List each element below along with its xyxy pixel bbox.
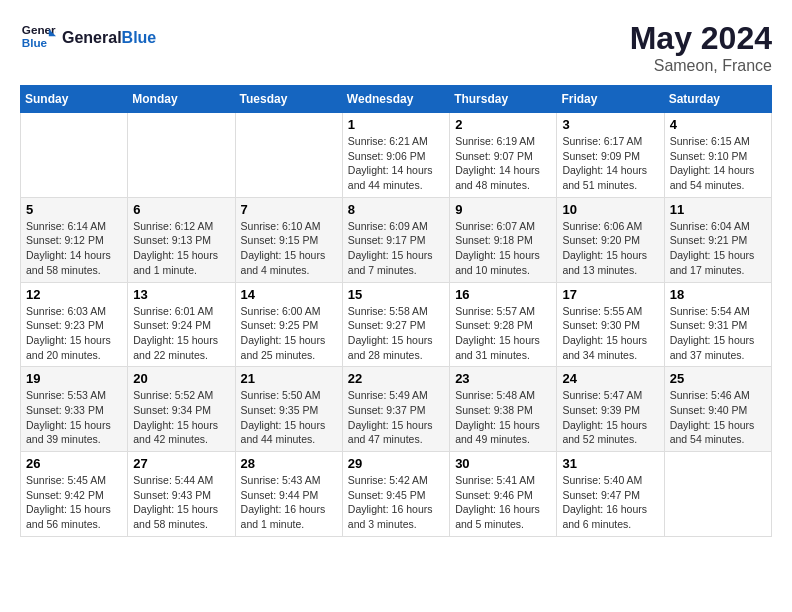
calendar-cell	[235, 113, 342, 198]
day-info: Sunrise: 6:19 AMSunset: 9:07 PMDaylight:…	[455, 134, 551, 193]
day-number: 6	[133, 202, 229, 217]
svg-text:Blue: Blue	[22, 36, 48, 49]
day-number: 29	[348, 456, 444, 471]
day-number: 9	[455, 202, 551, 217]
day-number: 30	[455, 456, 551, 471]
calendar-week-row: 26Sunrise: 5:45 AMSunset: 9:42 PMDayligh…	[21, 452, 772, 537]
day-info: Sunrise: 5:54 AMSunset: 9:31 PMDaylight:…	[670, 304, 766, 363]
calendar-cell: 13Sunrise: 6:01 AMSunset: 9:24 PMDayligh…	[128, 282, 235, 367]
calendar-cell: 17Sunrise: 5:55 AMSunset: 9:30 PMDayligh…	[557, 282, 664, 367]
calendar-table: SundayMondayTuesdayWednesdayThursdayFrid…	[20, 85, 772, 537]
day-number: 17	[562, 287, 658, 302]
day-number: 12	[26, 287, 122, 302]
calendar-cell: 18Sunrise: 5:54 AMSunset: 9:31 PMDayligh…	[664, 282, 771, 367]
day-number: 21	[241, 371, 337, 386]
logo-icon: General Blue	[20, 20, 56, 56]
day-number: 25	[670, 371, 766, 386]
day-info: Sunrise: 6:06 AMSunset: 9:20 PMDaylight:…	[562, 219, 658, 278]
page-header: General Blue GeneralBlue May 2024 Sameon…	[20, 20, 772, 75]
day-info: Sunrise: 6:03 AMSunset: 9:23 PMDaylight:…	[26, 304, 122, 363]
day-header-monday: Monday	[128, 86, 235, 113]
day-number: 2	[455, 117, 551, 132]
day-info: Sunrise: 6:09 AMSunset: 9:17 PMDaylight:…	[348, 219, 444, 278]
calendar-cell: 12Sunrise: 6:03 AMSunset: 9:23 PMDayligh…	[21, 282, 128, 367]
day-number: 1	[348, 117, 444, 132]
calendar-cell: 9Sunrise: 6:07 AMSunset: 9:18 PMDaylight…	[450, 197, 557, 282]
day-header-wednesday: Wednesday	[342, 86, 449, 113]
day-number: 20	[133, 371, 229, 386]
day-info: Sunrise: 6:07 AMSunset: 9:18 PMDaylight:…	[455, 219, 551, 278]
logo-text: GeneralBlue	[62, 29, 156, 47]
day-info: Sunrise: 6:00 AMSunset: 9:25 PMDaylight:…	[241, 304, 337, 363]
day-info: Sunrise: 5:48 AMSunset: 9:38 PMDaylight:…	[455, 388, 551, 447]
calendar-cell: 21Sunrise: 5:50 AMSunset: 9:35 PMDayligh…	[235, 367, 342, 452]
month-year-title: May 2024	[630, 20, 772, 57]
calendar-cell: 4Sunrise: 6:15 AMSunset: 9:10 PMDaylight…	[664, 113, 771, 198]
day-number: 7	[241, 202, 337, 217]
day-number: 27	[133, 456, 229, 471]
day-info: Sunrise: 6:10 AMSunset: 9:15 PMDaylight:…	[241, 219, 337, 278]
day-info: Sunrise: 5:57 AMSunset: 9:28 PMDaylight:…	[455, 304, 551, 363]
calendar-cell: 6Sunrise: 6:12 AMSunset: 9:13 PMDaylight…	[128, 197, 235, 282]
calendar-cell: 29Sunrise: 5:42 AMSunset: 9:45 PMDayligh…	[342, 452, 449, 537]
day-number: 11	[670, 202, 766, 217]
calendar-cell: 1Sunrise: 6:21 AMSunset: 9:06 PMDaylight…	[342, 113, 449, 198]
day-number: 5	[26, 202, 122, 217]
day-info: Sunrise: 6:01 AMSunset: 9:24 PMDaylight:…	[133, 304, 229, 363]
calendar-cell: 27Sunrise: 5:44 AMSunset: 9:43 PMDayligh…	[128, 452, 235, 537]
day-info: Sunrise: 5:53 AMSunset: 9:33 PMDaylight:…	[26, 388, 122, 447]
calendar-cell: 23Sunrise: 5:48 AMSunset: 9:38 PMDayligh…	[450, 367, 557, 452]
calendar-cell: 31Sunrise: 5:40 AMSunset: 9:47 PMDayligh…	[557, 452, 664, 537]
day-number: 28	[241, 456, 337, 471]
day-info: Sunrise: 5:50 AMSunset: 9:35 PMDaylight:…	[241, 388, 337, 447]
calendar-cell: 5Sunrise: 6:14 AMSunset: 9:12 PMDaylight…	[21, 197, 128, 282]
day-info: Sunrise: 5:44 AMSunset: 9:43 PMDaylight:…	[133, 473, 229, 532]
day-header-thursday: Thursday	[450, 86, 557, 113]
calendar-cell: 8Sunrise: 6:09 AMSunset: 9:17 PMDaylight…	[342, 197, 449, 282]
day-info: Sunrise: 5:49 AMSunset: 9:37 PMDaylight:…	[348, 388, 444, 447]
day-number: 31	[562, 456, 658, 471]
day-number: 15	[348, 287, 444, 302]
day-info: Sunrise: 6:04 AMSunset: 9:21 PMDaylight:…	[670, 219, 766, 278]
day-header-saturday: Saturday	[664, 86, 771, 113]
calendar-cell: 11Sunrise: 6:04 AMSunset: 9:21 PMDayligh…	[664, 197, 771, 282]
calendar-cell	[128, 113, 235, 198]
logo: General Blue GeneralBlue	[20, 20, 156, 56]
day-number: 3	[562, 117, 658, 132]
day-info: Sunrise: 5:40 AMSunset: 9:47 PMDaylight:…	[562, 473, 658, 532]
calendar-cell: 24Sunrise: 5:47 AMSunset: 9:39 PMDayligh…	[557, 367, 664, 452]
calendar-week-row: 5Sunrise: 6:14 AMSunset: 9:12 PMDaylight…	[21, 197, 772, 282]
day-info: Sunrise: 5:55 AMSunset: 9:30 PMDaylight:…	[562, 304, 658, 363]
day-number: 23	[455, 371, 551, 386]
day-info: Sunrise: 5:47 AMSunset: 9:39 PMDaylight:…	[562, 388, 658, 447]
calendar-cell: 14Sunrise: 6:00 AMSunset: 9:25 PMDayligh…	[235, 282, 342, 367]
day-info: Sunrise: 6:12 AMSunset: 9:13 PMDaylight:…	[133, 219, 229, 278]
day-number: 13	[133, 287, 229, 302]
day-info: Sunrise: 6:17 AMSunset: 9:09 PMDaylight:…	[562, 134, 658, 193]
day-number: 18	[670, 287, 766, 302]
location-subtitle: Sameon, France	[630, 57, 772, 75]
day-info: Sunrise: 5:52 AMSunset: 9:34 PMDaylight:…	[133, 388, 229, 447]
day-info: Sunrise: 5:58 AMSunset: 9:27 PMDaylight:…	[348, 304, 444, 363]
day-number: 26	[26, 456, 122, 471]
calendar-cell: 20Sunrise: 5:52 AMSunset: 9:34 PMDayligh…	[128, 367, 235, 452]
day-number: 22	[348, 371, 444, 386]
calendar-cell: 15Sunrise: 5:58 AMSunset: 9:27 PMDayligh…	[342, 282, 449, 367]
calendar-cell: 22Sunrise: 5:49 AMSunset: 9:37 PMDayligh…	[342, 367, 449, 452]
calendar-header-row: SundayMondayTuesdayWednesdayThursdayFrid…	[21, 86, 772, 113]
calendar-cell: 2Sunrise: 6:19 AMSunset: 9:07 PMDaylight…	[450, 113, 557, 198]
day-info: Sunrise: 6:15 AMSunset: 9:10 PMDaylight:…	[670, 134, 766, 193]
calendar-week-row: 12Sunrise: 6:03 AMSunset: 9:23 PMDayligh…	[21, 282, 772, 367]
calendar-cell	[21, 113, 128, 198]
calendar-cell: 19Sunrise: 5:53 AMSunset: 9:33 PMDayligh…	[21, 367, 128, 452]
calendar-cell	[664, 452, 771, 537]
day-info: Sunrise: 5:45 AMSunset: 9:42 PMDaylight:…	[26, 473, 122, 532]
calendar-cell: 16Sunrise: 5:57 AMSunset: 9:28 PMDayligh…	[450, 282, 557, 367]
day-info: Sunrise: 5:43 AMSunset: 9:44 PMDaylight:…	[241, 473, 337, 532]
day-header-tuesday: Tuesday	[235, 86, 342, 113]
day-number: 19	[26, 371, 122, 386]
day-number: 24	[562, 371, 658, 386]
day-header-friday: Friday	[557, 86, 664, 113]
calendar-cell: 3Sunrise: 6:17 AMSunset: 9:09 PMDaylight…	[557, 113, 664, 198]
day-info: Sunrise: 6:21 AMSunset: 9:06 PMDaylight:…	[348, 134, 444, 193]
